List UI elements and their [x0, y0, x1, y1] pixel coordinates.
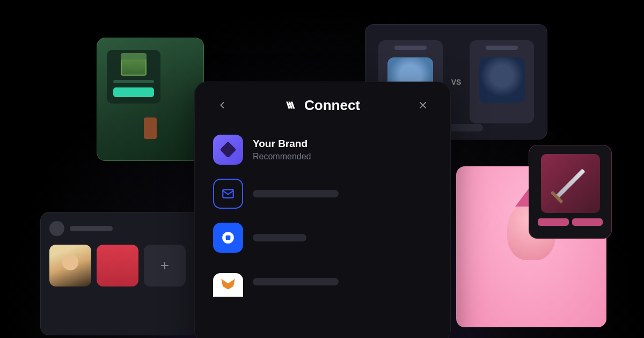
email-wallet-icon	[213, 179, 243, 209]
modal-title-wrap: Connect	[285, 97, 360, 114]
fighter-avatar-2	[479, 57, 525, 103]
item-card-sword	[529, 145, 612, 239]
placeholder-bar	[572, 218, 603, 226]
wallet-option-coinbase[interactable]	[213, 223, 432, 253]
placeholder-bar	[253, 234, 306, 241]
coinbase-wallet-icon	[213, 223, 243, 253]
placeholder-bar	[486, 46, 518, 50]
chest-action-button	[113, 87, 154, 97]
close-button[interactable]	[414, 96, 432, 114]
wallet-option-metamask[interactable]	[213, 267, 432, 297]
wallet-option-brand[interactable]: Your Brand Recommended	[213, 135, 432, 165]
placeholder-bar	[394, 46, 427, 50]
vs-label: VS	[451, 78, 462, 86]
back-button[interactable]	[213, 96, 231, 114]
game-card-forest	[97, 38, 204, 161]
adventurer-sprite	[144, 117, 157, 139]
sword-icon	[555, 168, 585, 198]
metamask-icon	[219, 276, 237, 294]
wallet-name: Your Brand	[253, 138, 311, 150]
placeholder-bar	[253, 278, 339, 285]
placeholder-bar	[70, 226, 113, 231]
brand-wallet-icon	[213, 135, 243, 165]
chest-icon	[121, 56, 147, 76]
placeholder-bar	[253, 190, 339, 197]
connect-modal: Connect Your Brand Recommended	[194, 82, 451, 338]
svg-rect-4	[226, 236, 231, 240]
chevron-left-icon	[217, 100, 228, 111]
avatar-option-2	[97, 245, 138, 286]
plus-icon: +	[160, 257, 169, 274]
placeholder-bar	[113, 80, 154, 83]
modal-header: Connect	[213, 96, 432, 114]
profile-avatar-placeholder	[49, 221, 64, 236]
thirdweb-logo-icon	[285, 98, 299, 112]
coinbase-icon	[221, 231, 235, 245]
avatar-option-1	[49, 245, 91, 286]
fighter-right	[470, 40, 534, 123]
wallet-option-email[interactable]	[213, 179, 432, 209]
metamask-wallet-icon	[213, 273, 243, 297]
add-avatar-button: +	[144, 245, 186, 286]
chest-popup	[107, 50, 160, 104]
modal-title: Connect	[304, 97, 360, 114]
mail-icon	[221, 187, 235, 201]
sword-thumbnail	[541, 154, 600, 213]
wallet-subtitle: Recommended	[253, 152, 311, 161]
placeholder-bar	[538, 218, 569, 226]
close-icon	[418, 100, 428, 111]
profile-card: +	[40, 212, 217, 335]
